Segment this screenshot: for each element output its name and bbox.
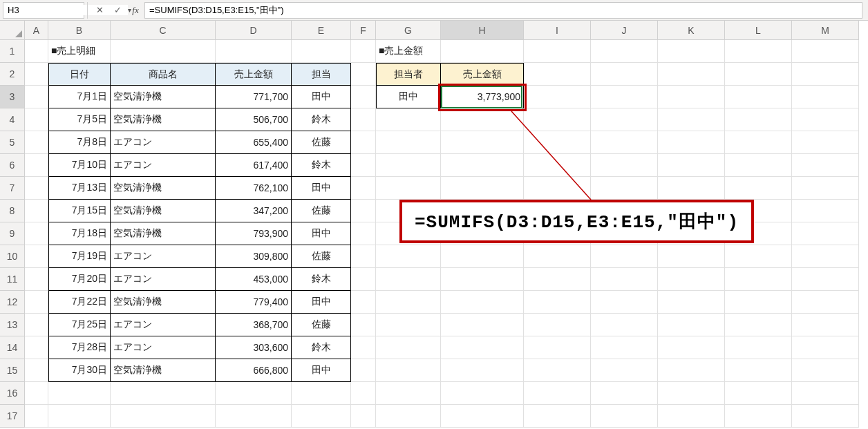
row-header-4[interactable]: 4 xyxy=(0,108,25,131)
cell-L2[interactable] xyxy=(725,63,792,86)
cell-I14[interactable] xyxy=(524,336,591,359)
cell-M9[interactable] xyxy=(792,222,859,245)
cell-H14[interactable] xyxy=(441,336,524,359)
cell-B9[interactable]: 7月18日 xyxy=(48,222,111,245)
select-all-corner[interactable] xyxy=(0,21,25,40)
cell-H13[interactable] xyxy=(441,314,524,336)
cell-L11[interactable] xyxy=(725,268,792,291)
cell-L17[interactable] xyxy=(725,405,792,428)
cell-K1[interactable] xyxy=(658,40,725,63)
row-header-11[interactable]: 11 xyxy=(0,268,25,291)
cell-E5[interactable]: 佐藤 xyxy=(292,131,351,154)
cell-F3[interactable] xyxy=(351,86,376,108)
cell-M17[interactable] xyxy=(792,405,859,428)
cell-A10[interactable] xyxy=(25,245,48,268)
cell-F14[interactable] xyxy=(351,336,376,359)
cell-I2[interactable] xyxy=(524,63,591,86)
cell-E15[interactable]: 田中 xyxy=(292,359,351,382)
cell-K10[interactable] xyxy=(658,245,725,268)
cell-C15[interactable]: 空気清浄機 xyxy=(111,359,216,382)
cell-I13[interactable] xyxy=(524,314,591,336)
cell-D5[interactable]: 655,400 xyxy=(216,131,292,154)
cell-B11[interactable]: 7月20日 xyxy=(48,268,111,291)
cell-J14[interactable] xyxy=(591,336,658,359)
cell-B12[interactable]: 7月22日 xyxy=(48,291,111,314)
cell-C5[interactable]: エアコン xyxy=(111,131,216,154)
cell-D12[interactable]: 779,400 xyxy=(216,291,292,314)
cell-B4[interactable]: 7月5日 xyxy=(48,108,111,131)
cell-B3[interactable]: 7月1日 xyxy=(48,86,111,108)
cell-L1[interactable] xyxy=(725,40,792,63)
cell-I5[interactable] xyxy=(524,131,591,154)
cell-F12[interactable] xyxy=(351,291,376,314)
cell-H7[interactable] xyxy=(441,177,524,200)
cell-F6[interactable] xyxy=(351,154,376,177)
col-header-C[interactable]: C xyxy=(111,21,216,40)
cell-G15[interactable] xyxy=(376,359,441,382)
cell-J17[interactable] xyxy=(591,405,658,428)
cell-D13[interactable]: 368,700 xyxy=(216,314,292,336)
cell-F7[interactable] xyxy=(351,177,376,200)
cell-C6[interactable]: エアコン xyxy=(111,154,216,177)
cell-H11[interactable] xyxy=(441,268,524,291)
cell-E16[interactable] xyxy=(292,382,351,405)
col-header-A[interactable]: A xyxy=(25,21,48,40)
cell-F1[interactable] xyxy=(351,40,376,63)
cell-B17[interactable] xyxy=(48,405,111,428)
cell-I3[interactable] xyxy=(524,86,591,108)
cell-D10[interactable]: 309,800 xyxy=(216,245,292,268)
cell-G13[interactable] xyxy=(376,314,441,336)
cell-A8[interactable] xyxy=(25,200,48,222)
cell-A13[interactable] xyxy=(25,314,48,336)
cell-J4[interactable] xyxy=(591,108,658,131)
cell-L4[interactable] xyxy=(725,108,792,131)
cell-C17[interactable] xyxy=(111,405,216,428)
cell-I10[interactable] xyxy=(524,245,591,268)
cell-I16[interactable] xyxy=(524,382,591,405)
cell-G17[interactable] xyxy=(376,405,441,428)
row-header-15[interactable]: 15 xyxy=(0,359,25,382)
cell-C12[interactable]: 空気清浄機 xyxy=(111,291,216,314)
cell-K7[interactable] xyxy=(658,177,725,200)
cell-B14[interactable]: 7月28日 xyxy=(48,336,111,359)
col-header-D[interactable]: D xyxy=(216,21,292,40)
cell-K4[interactable] xyxy=(658,108,725,131)
cell-C10[interactable]: エアコン xyxy=(111,245,216,268)
formula-input[interactable] xyxy=(144,2,862,19)
cell-A17[interactable] xyxy=(25,405,48,428)
cell-I6[interactable] xyxy=(524,154,591,177)
cell-C2[interactable]: 商品名 xyxy=(111,63,216,86)
cell-C3[interactable]: 空気清浄機 xyxy=(111,86,216,108)
col-header-J[interactable]: J xyxy=(591,21,658,40)
cell-F15[interactable] xyxy=(351,359,376,382)
cell-D3[interactable]: 771,700 xyxy=(216,86,292,108)
cell-G10[interactable] xyxy=(376,245,441,268)
cell-I1[interactable] xyxy=(524,40,591,63)
cell-I7[interactable] xyxy=(524,177,591,200)
cell-A3[interactable] xyxy=(25,86,48,108)
cell-F2[interactable] xyxy=(351,63,376,86)
cell-D4[interactable]: 506,700 xyxy=(216,108,292,131)
cell-M15[interactable] xyxy=(792,359,859,382)
cell-L12[interactable] xyxy=(725,291,792,314)
cell-M1[interactable] xyxy=(792,40,859,63)
cell-A16[interactable] xyxy=(25,382,48,405)
cell-L13[interactable] xyxy=(725,314,792,336)
cell-J3[interactable] xyxy=(591,86,658,108)
worksheet[interactable]: A B C D E F G H I J K L M 1 ■売上明細 ■売上金額 … xyxy=(0,21,868,428)
cell-B5[interactable]: 7月8日 xyxy=(48,131,111,154)
cell-C16[interactable] xyxy=(111,382,216,405)
cell-K2[interactable] xyxy=(658,63,725,86)
cell-B16[interactable] xyxy=(48,382,111,405)
cell-D1[interactable] xyxy=(216,40,292,63)
cell-I11[interactable] xyxy=(524,268,591,291)
cell-G3[interactable]: 田中 xyxy=(376,86,441,108)
cell-L3[interactable] xyxy=(725,86,792,108)
cell-J16[interactable] xyxy=(591,382,658,405)
cell-B15[interactable]: 7月30日 xyxy=(48,359,111,382)
cell-F5[interactable] xyxy=(351,131,376,154)
cell-M7[interactable] xyxy=(792,177,859,200)
cell-D17[interactable] xyxy=(216,405,292,428)
cell-E7[interactable]: 田中 xyxy=(292,177,351,200)
cell-E17[interactable] xyxy=(292,405,351,428)
